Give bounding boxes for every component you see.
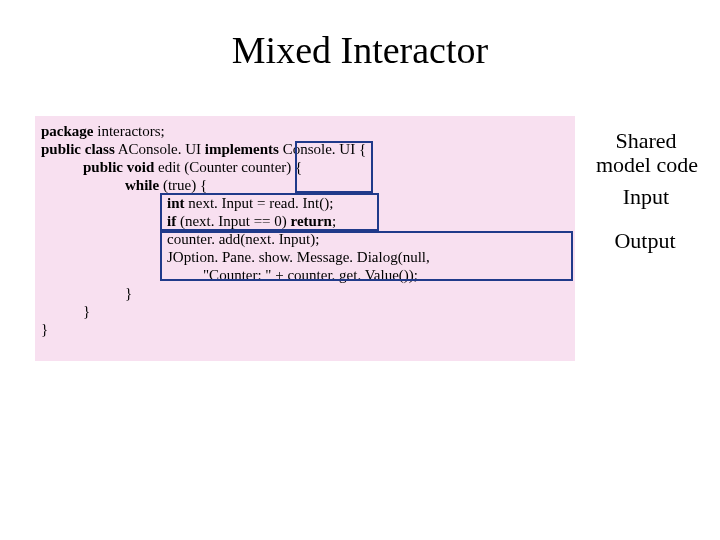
annot-output: Output xyxy=(600,228,690,254)
txt-l3b: edit (Counter counter) { xyxy=(154,159,302,175)
code-block: package interactors; public class AConso… xyxy=(35,116,575,361)
kw-package: package xyxy=(41,123,94,139)
annot-shared-line1: Shared xyxy=(596,128,696,154)
annot-input: Input xyxy=(606,184,686,210)
code-line-1: package interactors; xyxy=(41,124,165,139)
annot-shared-line2: model code xyxy=(582,152,712,178)
kw-public-void: public void xyxy=(83,159,154,175)
txt-l4b: (true) { xyxy=(159,177,207,193)
code-line-12: } xyxy=(41,322,48,337)
slide: Mixed Interactor package interactors; pu… xyxy=(0,0,720,540)
txt-l1b: interactors; xyxy=(94,123,165,139)
highlight-input xyxy=(160,193,379,231)
kw-public-class: public class xyxy=(41,141,115,157)
kw-implements: implements xyxy=(205,141,279,157)
code-line-11: } xyxy=(83,304,90,319)
code-line-4: while (true) { xyxy=(125,178,207,193)
txt-l12: } xyxy=(41,321,48,337)
slide-title: Mixed Interactor xyxy=(0,28,720,72)
highlight-shared-model-code xyxy=(295,141,373,193)
txt-l2b: AConsole. UI xyxy=(115,141,205,157)
txt-l11: } xyxy=(83,303,90,319)
kw-while: while xyxy=(125,177,159,193)
code-line-3: public void edit (Counter counter) { xyxy=(83,160,302,175)
highlight-output xyxy=(160,231,573,281)
txt-l10: } xyxy=(125,285,132,301)
code-line-10: } xyxy=(125,286,132,301)
